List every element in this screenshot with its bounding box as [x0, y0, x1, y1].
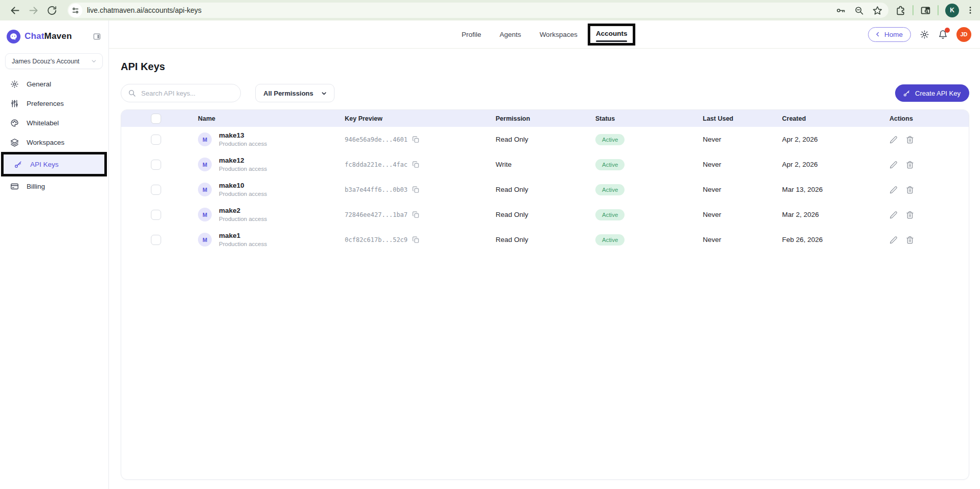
- status-badge: Active: [595, 159, 625, 170]
- key-subtitle: Production access: [219, 141, 267, 147]
- copy-icon[interactable]: [412, 236, 419, 243]
- status-badge: Active: [595, 184, 625, 195]
- search-input[interactable]: [141, 90, 234, 97]
- delete-icon[interactable]: [906, 211, 914, 219]
- sidebar: ChatMaven James Dcouz's Account General: [0, 20, 109, 489]
- sidebar-item-label: Preferences: [27, 100, 64, 107]
- brand-name: ChatMaven: [25, 31, 72, 41]
- key-name: make2: [219, 207, 267, 215]
- user-avatar[interactable]: JD: [956, 27, 971, 42]
- table-row: M make1 Production access 0cf82c617b...5…: [121, 227, 969, 252]
- notifications-bell-icon[interactable]: [938, 30, 948, 39]
- permission-value: Read Only: [496, 136, 595, 143]
- key-preview-value: 0cf82c617b...52c9: [345, 236, 408, 243]
- home-button[interactable]: Home: [868, 27, 911, 42]
- permission-value: Read Only: [496, 211, 595, 218]
- annotation-box-api-keys: API Keys: [1, 152, 107, 176]
- tab-accounts[interactable]: Accounts: [596, 27, 628, 42]
- created-value: Mar 2, 2026: [782, 211, 877, 218]
- key-avatar: M: [198, 208, 212, 221]
- edit-icon[interactable]: [889, 236, 898, 244]
- key-name: make10: [219, 182, 267, 190]
- sidebar-item-label: Billing: [27, 183, 45, 190]
- permission-value: Read Only: [496, 186, 595, 193]
- account-selector-label: James Dcouz's Account: [12, 58, 91, 65]
- tab-search-icon[interactable]: [920, 5, 931, 16]
- search-icon: [128, 89, 136, 97]
- key-name: make12: [219, 157, 267, 165]
- select-all-checkbox[interactable]: [151, 114, 161, 124]
- copy-icon[interactable]: [412, 186, 419, 193]
- account-selector[interactable]: James Dcouz's Account: [5, 53, 103, 69]
- forward-icon[interactable]: [26, 3, 41, 18]
- row-checkbox[interactable]: [151, 185, 161, 195]
- header-key-preview: Key Preview: [327, 115, 496, 122]
- sidebar-item-api-keys[interactable]: API Keys: [4, 154, 104, 174]
- back-icon[interactable]: [7, 3, 23, 18]
- extensions-puzzle-icon[interactable]: [896, 5, 906, 15]
- key-icon: [14, 160, 23, 169]
- delete-icon[interactable]: [906, 161, 914, 169]
- table-row: M make13 Production access 946e56a9de...…: [121, 127, 969, 152]
- header-permission: Permission: [496, 115, 595, 122]
- bookmark-star-icon[interactable]: [873, 6, 882, 15]
- site-settings-icon[interactable]: [69, 4, 82, 17]
- sidebar-collapse-icon[interactable]: [93, 32, 101, 41]
- header-status: Status: [595, 115, 693, 122]
- url-text[interactable]: live.chatmaven.ai/accounts/api-keys: [87, 6, 830, 14]
- key-name: make13: [219, 132, 267, 140]
- create-api-key-label: Create API Key: [915, 90, 961, 97]
- key-avatar: M: [198, 183, 212, 196]
- browser-toolbar: live.chatmaven.ai/accounts/api-keys K: [0, 0, 980, 20]
- header-last-used: Last Used: [693, 115, 782, 122]
- sidebar-item-preferences[interactable]: Preferences: [0, 94, 108, 113]
- created-value: Apr 2, 2026: [782, 161, 877, 168]
- edit-icon[interactable]: [889, 161, 898, 169]
- key-subtitle: Production access: [219, 166, 267, 172]
- edit-icon[interactable]: [889, 136, 898, 144]
- row-checkbox[interactable]: [151, 135, 161, 145]
- settings-gear-icon[interactable]: [920, 30, 929, 39]
- browser-profile-avatar[interactable]: K: [945, 4, 959, 17]
- copy-icon[interactable]: [412, 211, 419, 218]
- delete-icon[interactable]: [906, 186, 914, 194]
- key-icon: [903, 90, 910, 97]
- tab-agents[interactable]: Agents: [500, 28, 521, 41]
- browser-menu-icon[interactable]: [966, 6, 975, 15]
- url-bar[interactable]: live.chatmaven.ai/accounts/api-keys: [68, 3, 888, 18]
- delete-icon[interactable]: [906, 136, 914, 144]
- key-avatar: M: [198, 233, 212, 247]
- key-avatar: M: [198, 158, 212, 171]
- copy-icon[interactable]: [412, 161, 419, 168]
- edit-icon[interactable]: [889, 211, 898, 219]
- table-row: M make2 Production access 72846ee427...1…: [121, 202, 969, 227]
- sidebar-item-whitelabel[interactable]: Whitelabel: [0, 113, 108, 132]
- row-checkbox[interactable]: [151, 235, 161, 245]
- delete-icon[interactable]: [906, 236, 914, 244]
- tab-profile[interactable]: Profile: [462, 28, 481, 41]
- key-subtitle: Production access: [219, 216, 267, 222]
- password-key-icon[interactable]: [836, 6, 845, 15]
- row-checkbox[interactable]: [151, 210, 161, 220]
- header-created: Created: [782, 115, 877, 122]
- header-name: Name: [179, 115, 327, 122]
- copy-icon[interactable]: [412, 136, 419, 143]
- sidebar-item-label: API Keys: [30, 161, 59, 168]
- chatmaven-logo-icon: [7, 30, 20, 43]
- created-value: Feb 26, 2026: [782, 236, 877, 243]
- key-name: make1: [219, 232, 267, 240]
- sidebar-item-general[interactable]: General: [0, 74, 108, 94]
- row-checkbox[interactable]: [151, 160, 161, 170]
- key-preview-value: 72846ee427...1ba7: [345, 211, 408, 218]
- reload-icon[interactable]: [44, 3, 59, 18]
- edit-icon[interactable]: [889, 186, 898, 194]
- tab-workspaces[interactable]: Workspaces: [540, 28, 577, 41]
- sidebar-item-workspaces[interactable]: Workspaces: [0, 132, 108, 152]
- zoom-out-icon[interactable]: [854, 6, 864, 15]
- sidebar-item-billing[interactable]: Billing: [0, 176, 108, 196]
- permission-filter-select[interactable]: All Permissions: [255, 84, 335, 102]
- create-api-key-button[interactable]: Create API Key: [895, 84, 969, 102]
- key-avatar: M: [198, 132, 212, 146]
- tab-accounts-label: Accounts: [596, 30, 628, 37]
- api-keys-table: Name Key Preview Permission Status Last …: [121, 109, 969, 480]
